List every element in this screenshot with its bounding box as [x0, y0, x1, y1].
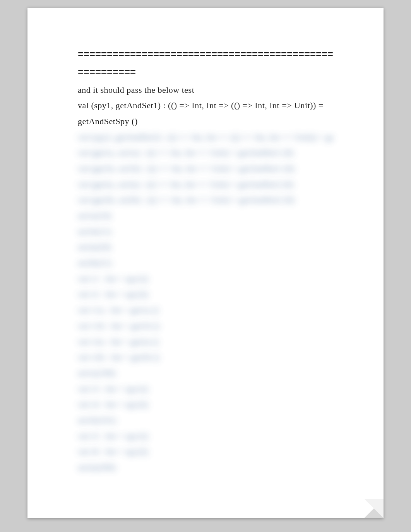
blurred-code-line: set1a(100) [78, 365, 333, 381]
divider-line-1: ========================================… [78, 46, 333, 64]
blurred-code-line: val r4 : Int = spy2() [78, 397, 333, 413]
blurred-code-line: set1b(11) [78, 224, 333, 240]
blurred-code-line: set1b(101) [78, 413, 333, 428]
blurred-code-line: val (get1b, set1b) : (() => Int, Int => … [78, 161, 333, 177]
blurred-code-line: val r1 : Int = spy1() [78, 271, 333, 287]
blurred-code-line: val r3 : Int = spy1() [78, 381, 333, 397]
document-content: ========================================… [78, 46, 333, 476]
blurred-code-line: set2a(20) [78, 239, 333, 255]
code-line-val-spy1: val (spy1, getAndSet1) : (() => Int, Int… [78, 98, 333, 129]
divider-line-2: ========== [78, 64, 333, 82]
blurred-code-line: val (get2a, set2a) : (() => Int, Int => … [78, 177, 333, 193]
blurred-code-line: val v2b : Int = get2b () [78, 350, 333, 365]
blurred-code-line: set2a(200) [78, 460, 333, 476]
blurred-code-line: val v1a : Int = get1a () [78, 302, 333, 318]
blurred-code-line: val (get1a, set1a) : (() => Int, Int => … [78, 145, 333, 161]
page-fold-corner [364, 499, 384, 518]
blurred-code-line: val r5 : Int = spy1() [78, 428, 333, 444]
blurred-code-line: val (get2b, set2b) : (() => Int, Int => … [78, 192, 333, 208]
blurred-code-line: val v1b : Int = get1b () [78, 318, 333, 334]
blurred-code-line: val r6 : Int = spy2() [78, 444, 333, 460]
test-instruction-text: and it should pass the below test [78, 82, 333, 98]
blurred-code-line: val r2 : Int = spy2() [78, 286, 333, 302]
blurred-code-line: set2b(21) [78, 255, 333, 271]
blurred-code-line: val (spy2, getAndSet2) : (() => Int, Int… [78, 130, 333, 145]
blurred-code-line: val v2a : Int = get2a () [78, 334, 333, 350]
blurred-code-line: set1a(10) [78, 208, 333, 224]
document-page: ========================================… [27, 8, 384, 518]
